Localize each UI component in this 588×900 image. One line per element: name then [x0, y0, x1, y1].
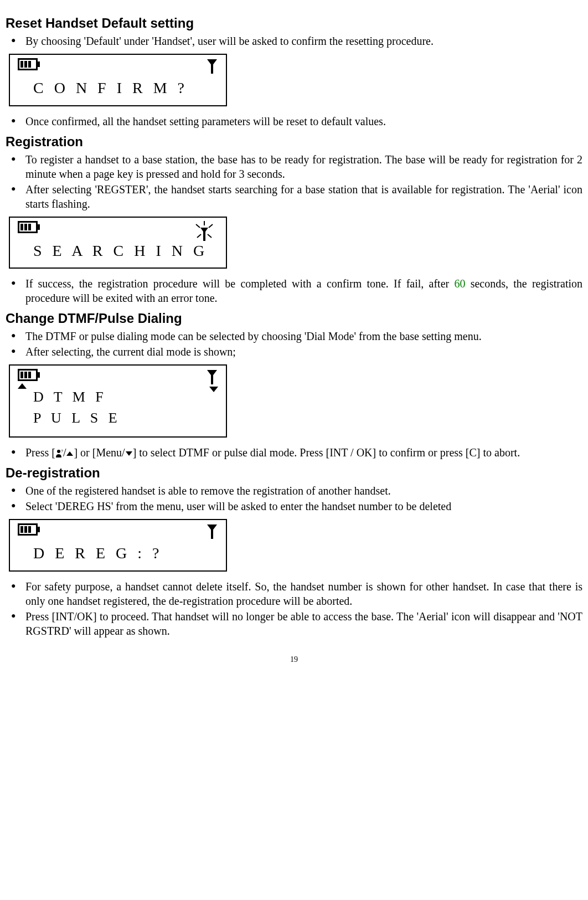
reg-after-pre: If success, the registration procedure w… — [25, 277, 454, 290]
svg-rect-16 — [211, 524, 213, 539]
dtmf-press-bullet: Press [?/] or [Menu/] to select DTMF or … — [6, 445, 582, 460]
antenna-icon — [206, 523, 218, 539]
reset-bullet-2: Once confirmed, all the handset setting … — [6, 114, 582, 128]
heading-dtmf: Change DTMF/Pulse Dialing — [6, 310, 582, 327]
heading-registration: Registration — [6, 133, 582, 150]
lcd-searching: S E A R C H I N G — [9, 217, 227, 269]
svg-rect-10 — [211, 370, 213, 384]
dtmf-bullet-1: The DTMF or pulse dialing mode can be se… — [6, 329, 582, 343]
reset-bullet-1: By choosing 'Default' under 'Handset', u… — [6, 34, 582, 48]
press-mid1: ] or [Menu/ — [74, 446, 125, 459]
reset-bullets-2: Once confirmed, all the handset setting … — [6, 114, 582, 128]
dereg-after-bullet-2: Press [INT/OK] to proceed. That handset … — [6, 609, 582, 638]
lcd-searching-text: S E A R C H I N G — [16, 239, 220, 262]
svg-marker-14 — [126, 451, 132, 456]
down-arrow-icon — [209, 387, 218, 392]
svg-line-4 — [209, 224, 213, 228]
up-arrow-icon — [18, 383, 27, 389]
dtmf-bullet-2: After selecting, the current dial mode i… — [6, 344, 582, 359]
antenna-icon — [206, 58, 218, 74]
reset-bullets-1: By choosing 'Default' under 'Handset', u… — [6, 34, 582, 48]
svg-line-3 — [196, 224, 200, 228]
up-arrow-small-icon — [66, 451, 74, 456]
dereg-bullet-1: One of the registered handset is able to… — [6, 484, 582, 498]
antenna-flashing-icon — [190, 221, 218, 243]
svg-rect-1 — [211, 59, 213, 74]
battery-icon — [18, 369, 38, 381]
registration-bullets-after: If success, the registration procedure w… — [6, 276, 582, 305]
svg-rect-8 — [203, 228, 205, 241]
lcd-confirm-text: C O N F I R M ? — [16, 76, 220, 99]
press-mid2: ] to select DTMF or pulse dial mode. Pre… — [133, 446, 520, 459]
svg-line-6 — [208, 234, 212, 238]
dereg-bullets: One of the registered handset is able to… — [6, 484, 582, 513]
press-pre: Press [ — [25, 446, 55, 459]
registration-bullet-1: To register a handset to a base station,… — [6, 152, 582, 181]
lcd-dtmf-line2: P U L S E — [16, 408, 220, 429]
lcd-dtmf: D T M F P U L S E — [9, 364, 227, 438]
lcd-dtmf-line1: D T M F — [16, 387, 220, 408]
down-arrow-small-icon — [125, 451, 133, 456]
svg-line-5 — [197, 234, 201, 238]
battery-icon — [18, 523, 38, 536]
heading-dereg: De-registration — [6, 464, 582, 481]
reg-after-num: 60 — [454, 277, 465, 290]
registration-bullet-after: If success, the registration procedure w… — [6, 276, 582, 305]
registration-bullets: To register a handset to a base station,… — [6, 152, 582, 211]
dereg-after-bullet-1: For safety purpose, a handset cannot del… — [6, 579, 582, 608]
lcd-dereg: D E R E G : ? — [9, 519, 227, 571]
dtmf-bullets: The DTMF or pulse dialing mode can be se… — [6, 329, 582, 359]
lcd-confirm: C O N F I R M ? — [9, 54, 227, 106]
dereg-bullets-after: For safety purpose, a handset cannot del… — [6, 579, 582, 638]
antenna-icon — [206, 369, 218, 384]
dtmf-press-bullets: Press [?/] or [Menu/] to select DTMF or … — [6, 445, 582, 460]
dereg-bullet-2: Select 'DEREG HS' from the menu, user wi… — [6, 499, 582, 513]
registration-bullet-2: After selecting 'REGSTER', the handset s… — [6, 182, 582, 211]
battery-icon — [18, 221, 38, 233]
phonebook-icon: ? — [55, 449, 63, 458]
svg-marker-13 — [66, 451, 73, 456]
svg-point-11 — [57, 450, 60, 453]
lcd-dereg-text: D E R E G : ? — [16, 541, 220, 564]
heading-reset: Reset Handset Default setting — [6, 14, 582, 32]
page-number: 19 — [6, 655, 582, 665]
battery-icon — [18, 58, 38, 70]
